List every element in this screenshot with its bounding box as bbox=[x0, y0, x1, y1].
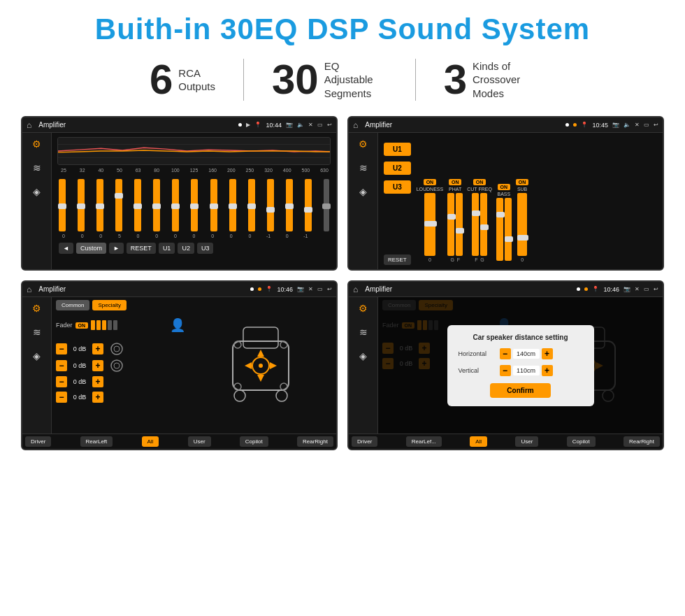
channel-u2-btn[interactable]: U2 bbox=[384, 162, 411, 175]
fader-sidebar-icon2[interactable]: ≋ bbox=[33, 327, 41, 338]
speaker-icon-2 bbox=[106, 359, 127, 372]
svg-point-11 bbox=[276, 390, 287, 401]
svg-point-10 bbox=[234, 390, 245, 401]
rearleft-btn[interactable]: RearLeft bbox=[80, 436, 113, 447]
dialog-content-area: Common Specialty Fader ON bbox=[378, 297, 663, 434]
fader-sidebar-icon1[interactable]: ⚙ bbox=[32, 303, 41, 314]
eq-content-area: 25 32 40 50 63 80 100 125 160 200 250 32… bbox=[52, 133, 336, 269]
eq-slider-8[interactable] bbox=[191, 179, 198, 231]
cutfreq-track-f[interactable] bbox=[472, 193, 479, 256]
dialog-user-btn[interactable]: User bbox=[515, 436, 538, 447]
db-minus-1[interactable]: − bbox=[56, 343, 67, 354]
crossover-sidebar-icon3[interactable]: ◈ bbox=[359, 186, 367, 197]
horizontal-plus-btn[interactable]: + bbox=[542, 348, 553, 359]
eq-u3-btn[interactable]: U3 bbox=[197, 243, 214, 254]
fader-sidebar-icon3[interactable]: ◈ bbox=[33, 350, 41, 361]
svg-point-7 bbox=[114, 363, 120, 368]
eq-slider-13[interactable] bbox=[286, 179, 293, 231]
fader-common-tab[interactable]: Common bbox=[56, 300, 89, 310]
stat-eq-label: EQ Adjustable Segments bbox=[324, 59, 387, 101]
eq-slider-15[interactable] bbox=[324, 179, 329, 231]
db-plus-4[interactable]: + bbox=[92, 392, 103, 403]
rearright-btn[interactable]: RearRight bbox=[297, 436, 333, 447]
dialog-all-btn[interactable]: All bbox=[470, 436, 487, 447]
channel-u1-btn[interactable]: U1 bbox=[384, 143, 411, 156]
all-btn[interactable]: All bbox=[142, 436, 159, 447]
db-value-3: 0 dB bbox=[70, 378, 89, 385]
crossover-back-icon[interactable]: ↩ bbox=[654, 122, 658, 128]
eq-next-btn[interactable]: ► bbox=[109, 243, 124, 254]
db-minus-2[interactable]: − bbox=[56, 360, 67, 371]
sub-group: ON SUB 0 bbox=[516, 179, 529, 262]
eq-sliders[interactable] bbox=[57, 176, 331, 231]
phat-track-f[interactable] bbox=[456, 193, 463, 256]
eq-slider-2[interactable] bbox=[78, 179, 85, 231]
eq-slider-5[interactable] bbox=[134, 179, 141, 231]
dialog-rearright-btn[interactable]: RearRight bbox=[623, 436, 660, 447]
phat-track-g[interactable] bbox=[447, 193, 454, 256]
eq-back-icon[interactable]: ↩ bbox=[327, 122, 332, 128]
eq-slider-10[interactable] bbox=[229, 179, 236, 231]
eq-slider-7[interactable] bbox=[172, 179, 179, 231]
eq-slider-12[interactable] bbox=[267, 179, 274, 231]
svg-point-6 bbox=[111, 360, 122, 371]
sub-track[interactable] bbox=[517, 193, 527, 256]
crossover-sidebar-icon1[interactable]: ⚙ bbox=[359, 138, 368, 150]
dialog-sidebar-icon1[interactable]: ⚙ bbox=[359, 303, 368, 314]
eq-preset-btn[interactable]: Custom bbox=[76, 243, 106, 254]
dialog-sidebar-icon2[interactable]: ≋ bbox=[359, 327, 368, 338]
car-diagram bbox=[215, 313, 306, 418]
dialog-back-icon[interactable]: ↩ bbox=[654, 286, 658, 292]
eq-slider-4[interactable] bbox=[115, 179, 122, 231]
fader-specialty-tab[interactable]: Specialty bbox=[92, 300, 126, 310]
eq-prev-btn[interactable]: ◄ bbox=[59, 243, 73, 254]
cutfreq-track-g[interactable] bbox=[480, 193, 487, 256]
eq-u2-btn[interactable]: U2 bbox=[178, 243, 194, 254]
db-plus-1[interactable]: + bbox=[92, 343, 103, 354]
confirm-button[interactable]: Confirm bbox=[490, 383, 550, 398]
crossover-home-icon[interactable]: ⌂ bbox=[353, 120, 358, 130]
db-plus-2[interactable]: + bbox=[92, 360, 103, 371]
bass-track2[interactable] bbox=[505, 198, 512, 261]
crossover-reset-btn[interactable]: RESET bbox=[384, 255, 411, 265]
bass-track1[interactable] bbox=[496, 198, 503, 261]
vertical-minus-btn[interactable]: − bbox=[500, 365, 511, 376]
eq-home-icon[interactable]: ⌂ bbox=[27, 120, 31, 130]
dialog-copilot-btn[interactable]: Copilot bbox=[567, 436, 596, 447]
driver-btn[interactable]: Driver bbox=[25, 436, 51, 447]
eq-slider-1[interactable] bbox=[59, 179, 66, 231]
eq-slider-14[interactable] bbox=[305, 179, 312, 231]
fader-screen-card: ⌂ Amplifier 📍 10:46 📷 ✕ ▭ ↩ ⚙ ≋ ◈ bbox=[21, 280, 338, 450]
vertical-plus-btn[interactable]: + bbox=[542, 365, 553, 376]
eq-u1-btn[interactable]: U1 bbox=[159, 243, 175, 254]
db-value-2: 0 dB bbox=[70, 362, 89, 369]
crossover-sidebar-icon2[interactable]: ≋ bbox=[359, 162, 368, 173]
dialog-cam-icon: 📷 bbox=[623, 286, 630, 292]
db-plus-3[interactable]: + bbox=[92, 376, 103, 387]
eq-slider-6[interactable] bbox=[153, 179, 160, 231]
eq-sidebar-speaker-icon[interactable]: ◈ bbox=[33, 186, 41, 197]
horizontal-minus-btn[interactable]: − bbox=[500, 348, 511, 359]
phat-on-badge: ON bbox=[449, 179, 462, 185]
db-minus-3[interactable]: − bbox=[56, 376, 67, 387]
db-minus-4[interactable]: − bbox=[56, 392, 67, 403]
eq-sidebar-eq-icon[interactable]: ⚙ bbox=[32, 138, 41, 150]
eq-sidebar-wave-icon[interactable]: ≋ bbox=[33, 162, 41, 173]
eq-reset-btn[interactable]: RESET bbox=[127, 243, 156, 254]
loudness-track[interactable] bbox=[424, 193, 435, 256]
fader-home-icon[interactable]: ⌂ bbox=[27, 285, 31, 294]
dialog-home-icon[interactable]: ⌂ bbox=[353, 285, 358, 294]
fader-back-icon[interactable]: ↩ bbox=[327, 286, 332, 292]
copilot-btn[interactable]: Copilot bbox=[240, 436, 268, 447]
distance-dialog: Car speaker distance setting Horizontal … bbox=[447, 325, 594, 406]
eq-slider-11[interactable] bbox=[248, 179, 255, 231]
dialog-sidebar-icon3[interactable]: ◈ bbox=[359, 350, 367, 361]
vertical-label: Vertical bbox=[459, 367, 497, 374]
dialog-driver-btn[interactable]: Driver bbox=[352, 436, 377, 447]
dialog-rearleft-btn[interactable]: RearLef... bbox=[406, 436, 442, 447]
eq-slider-9[interactable] bbox=[210, 179, 217, 231]
phat-group: ON PHAT G F bbox=[447, 179, 463, 262]
channel-u3-btn[interactable]: U3 bbox=[384, 180, 411, 194]
eq-slider-3[interactable] bbox=[96, 179, 103, 231]
user-btn[interactable]: User bbox=[188, 436, 211, 447]
